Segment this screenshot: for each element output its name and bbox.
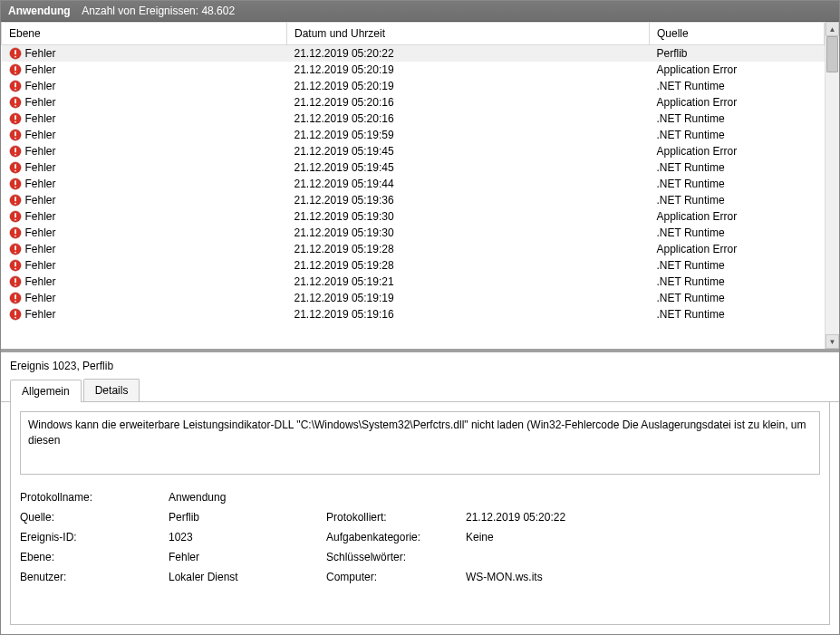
row-datetime: 21.12.2019 05:20:22 [287, 45, 650, 63]
label-keywords: Schlüsselwörter: [326, 551, 462, 563]
value-level: Fehler [169, 551, 323, 563]
error-icon [9, 112, 22, 125]
label-user: Benutzer: [20, 571, 165, 583]
scrollbar-vertical[interactable]: ▲ ▼ [825, 22, 839, 349]
table-row[interactable]: Fehler21.12.2019 05:19:59.NET Runtime [2, 127, 825, 143]
table-row[interactable]: Fehler21.12.2019 05:19:45.NET Runtime [2, 159, 825, 176]
row-level-text: Fehler [25, 308, 56, 321]
table-row[interactable]: Fehler21.12.2019 05:19:36.NET Runtime [2, 192, 825, 208]
table-row[interactable]: Fehler21.12.2019 05:20:16.NET Runtime [2, 111, 825, 127]
table-row[interactable]: Fehler21.12.2019 05:20:16Application Err… [2, 94, 825, 111]
row-datetime: 21.12.2019 05:20:16 [287, 111, 650, 127]
error-icon [9, 275, 22, 288]
event-properties: Protokollname: Anwendung Quelle: Perflib… [20, 491, 820, 583]
row-level-text: Fehler [25, 145, 56, 158]
row-level-text: Fehler [25, 112, 56, 125]
row-datetime: 21.12.2019 05:19:21 [287, 274, 650, 290]
row-source: Application Error [650, 143, 825, 159]
table-row[interactable]: Fehler21.12.2019 05:20:19Application Err… [2, 62, 825, 78]
row-datetime: 21.12.2019 05:19:28 [287, 241, 650, 257]
list-header: Anwendung Anzahl von Ereignissen: 48.602 [1, 1, 839, 22]
table-row[interactable]: Fehler21.12.2019 05:19:45Application Err… [2, 143, 825, 159]
row-level-text: Fehler [25, 47, 56, 60]
value-computer: WS-MON.ws.its [466, 571, 820, 583]
column-header-source[interactable]: Quelle [650, 23, 825, 45]
row-source: Application Error [650, 94, 825, 111]
row-datetime: 21.12.2019 05:19:28 [287, 257, 650, 274]
table-row[interactable]: Fehler21.12.2019 05:19:30Application Err… [2, 208, 825, 225]
row-level-text: Fehler [25, 275, 56, 288]
error-icon [9, 292, 22, 304]
error-icon [9, 161, 22, 174]
event-detail-title: Ereignis 1023, Perflib [1, 352, 839, 378]
detail-tabs: Allgemein Details [1, 379, 839, 402]
row-source: .NET Runtime [650, 78, 825, 94]
error-icon [9, 226, 22, 239]
table-row[interactable]: Fehler21.12.2019 05:20:19.NET Runtime [2, 78, 825, 94]
tab-general-body: Windows kann die erweiterbare Leistungsi… [10, 401, 830, 625]
table-row[interactable]: Fehler21.12.2019 05:19:44.NET Runtime [2, 176, 825, 192]
row-level-text: Fehler [25, 178, 56, 190]
row-level-text: Fehler [25, 210, 56, 223]
scroll-up-button[interactable]: ▲ [826, 22, 839, 36]
error-icon [9, 178, 22, 190]
row-datetime: 21.12.2019 05:19:36 [287, 192, 650, 208]
row-source: .NET Runtime [650, 127, 825, 143]
label-computer: Computer: [326, 571, 462, 583]
label-logname: Protokollname: [20, 491, 165, 504]
value-logged: 21.12.2019 05:20:22 [466, 511, 820, 524]
table-row[interactable]: Fehler21.12.2019 05:19:21.NET Runtime [2, 274, 825, 290]
row-datetime: 21.12.2019 05:19:30 [287, 208, 650, 225]
row-source: Application Error [650, 62, 825, 78]
tab-general[interactable]: Allgemein [10, 380, 82, 402]
scroll-thumb[interactable] [826, 36, 838, 72]
table-row[interactable]: Fehler21.12.2019 05:20:22Perflib [2, 45, 825, 63]
table-row[interactable]: Fehler21.12.2019 05:19:19.NET Runtime [2, 290, 825, 306]
row-level-text: Fehler [25, 129, 56, 141]
row-level-text: Fehler [25, 226, 56, 239]
table-row[interactable]: Fehler21.12.2019 05:19:28.NET Runtime [2, 257, 825, 274]
column-header-level[interactable]: Ebene [2, 23, 287, 45]
row-level-text: Fehler [25, 63, 56, 76]
row-datetime: 21.12.2019 05:20:16 [287, 94, 650, 111]
row-source: .NET Runtime [650, 257, 825, 274]
row-source: Perflib [650, 45, 825, 63]
error-icon [9, 259, 22, 272]
event-message-box[interactable]: Windows kann die erweiterbare Leistungsi… [20, 411, 820, 475]
event-list-pane: Ebene Datum und Uhrzeit Quelle Fehler21.… [1, 22, 839, 352]
error-icon [9, 145, 22, 158]
row-level-text: Fehler [25, 96, 56, 109]
row-source: .NET Runtime [650, 274, 825, 290]
event-detail-pane: Ereignis 1023, Perflib Allgemein Details… [1, 352, 839, 634]
table-row[interactable]: Fehler21.12.2019 05:19:30.NET Runtime [2, 225, 825, 241]
row-level-text: Fehler [25, 243, 56, 255]
scroll-down-button[interactable]: ▼ [826, 334, 839, 349]
error-icon [9, 308, 22, 321]
error-icon [9, 47, 22, 60]
row-level-text: Fehler [25, 292, 56, 304]
row-datetime: 21.12.2019 05:19:45 [287, 143, 650, 159]
event-message-text: Windows kann die erweiterbare Leistungsi… [28, 419, 806, 447]
row-datetime: 21.12.2019 05:19:44 [287, 176, 650, 192]
row-level-text: Fehler [25, 161, 56, 174]
tab-details[interactable]: Details [83, 379, 140, 401]
row-source: .NET Runtime [650, 192, 825, 208]
value-category: Keine [466, 531, 820, 544]
row-datetime: 21.12.2019 05:19:19 [287, 290, 650, 306]
row-source: Application Error [650, 208, 825, 225]
value-logname: Anwendung [169, 491, 820, 504]
header-app-label: Anwendung [8, 5, 71, 17]
table-row[interactable]: Fehler21.12.2019 05:19:28Application Err… [2, 241, 825, 257]
row-source: Application Error [650, 241, 825, 257]
event-grid: Ebene Datum und Uhrzeit Quelle Fehler21.… [1, 22, 839, 349]
error-icon [9, 243, 22, 255]
scroll-track[interactable] [826, 36, 839, 334]
row-source: .NET Runtime [650, 176, 825, 192]
row-datetime: 21.12.2019 05:20:19 [287, 62, 650, 78]
row-source: .NET Runtime [650, 225, 825, 241]
row-source: .NET Runtime [650, 159, 825, 176]
column-header-datetime[interactable]: Datum und Uhrzeit [287, 23, 650, 45]
error-icon [9, 210, 22, 223]
table-row[interactable]: Fehler21.12.2019 05:19:16.NET Runtime [2, 306, 825, 322]
label-category: Aufgabenkategorie: [326, 531, 462, 544]
